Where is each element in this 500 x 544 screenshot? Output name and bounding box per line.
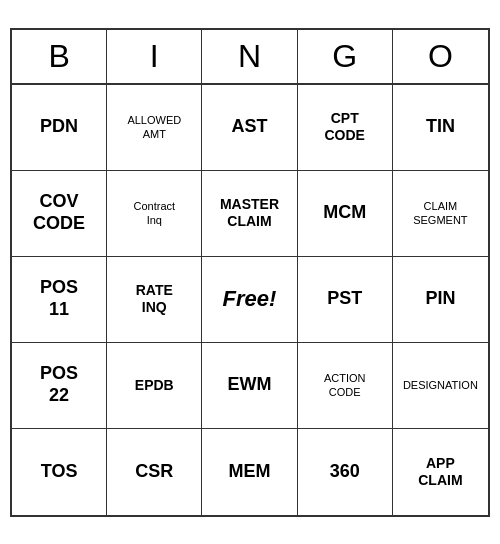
bingo-cell: CPTCODE [298, 85, 393, 171]
bingo-cell: EPDB [107, 343, 202, 429]
bingo-cell: MCM [298, 171, 393, 257]
cell-label: RATEINQ [136, 282, 173, 316]
cell-label: POS11 [40, 277, 78, 320]
cell-label: CLAIMSEGMENT [413, 199, 467, 228]
bingo-cell: TOS [12, 429, 107, 515]
bingo-cell: 360 [298, 429, 393, 515]
bingo-cell: EWM [202, 343, 297, 429]
cell-label: COVCODE [33, 191, 85, 234]
cell-label: MCM [323, 202, 366, 224]
header-letter: I [107, 30, 202, 83]
cell-label: Free! [223, 286, 277, 312]
bingo-cell: PST [298, 257, 393, 343]
cell-label: ContractInq [134, 199, 176, 228]
bingo-cell: RATEINQ [107, 257, 202, 343]
header-letter: O [393, 30, 488, 83]
bingo-cell: ContractInq [107, 171, 202, 257]
cell-label: TIN [426, 116, 455, 138]
cell-label: CPTCODE [324, 110, 364, 144]
header-letter: N [202, 30, 297, 83]
cell-label: MEM [228, 461, 270, 483]
cell-label: MASTERCLAIM [220, 196, 279, 230]
cell-label: DESIGNATION [403, 378, 478, 392]
bingo-header: BINGO [12, 30, 488, 85]
cell-label: 360 [330, 461, 360, 483]
cell-label: ALLOWEDAMT [127, 113, 181, 142]
bingo-cell: CLAIMSEGMENT [393, 171, 488, 257]
bingo-card: BINGO PDNALLOWEDAMTASTCPTCODETINCOVCODEC… [10, 28, 490, 517]
bingo-cell: DESIGNATION [393, 343, 488, 429]
cell-label: POS22 [40, 363, 78, 406]
bingo-cell: ALLOWEDAMT [107, 85, 202, 171]
bingo-cell: PIN [393, 257, 488, 343]
header-letter: B [12, 30, 107, 83]
bingo-cell: MEM [202, 429, 297, 515]
bingo-cell: MASTERCLAIM [202, 171, 297, 257]
cell-label: PST [327, 288, 362, 310]
cell-label: PIN [425, 288, 455, 310]
cell-label: EWM [227, 374, 271, 396]
bingo-cell: AST [202, 85, 297, 171]
bingo-cell: POS11 [12, 257, 107, 343]
cell-label: PDN [40, 116, 78, 138]
cell-label: APPCLAIM [418, 455, 462, 489]
header-letter: G [298, 30, 393, 83]
bingo-grid: PDNALLOWEDAMTASTCPTCODETINCOVCODEContrac… [12, 85, 488, 515]
bingo-cell: PDN [12, 85, 107, 171]
bingo-cell: Free! [202, 257, 297, 343]
cell-label: ACTIONCODE [324, 371, 366, 400]
bingo-cell: POS22 [12, 343, 107, 429]
bingo-cell: ACTIONCODE [298, 343, 393, 429]
cell-label: TOS [41, 461, 78, 483]
cell-label: EPDB [135, 377, 174, 394]
bingo-cell: APPCLAIM [393, 429, 488, 515]
bingo-cell: CSR [107, 429, 202, 515]
bingo-cell: TIN [393, 85, 488, 171]
bingo-cell: COVCODE [12, 171, 107, 257]
cell-label: CSR [135, 461, 173, 483]
cell-label: AST [231, 116, 267, 138]
